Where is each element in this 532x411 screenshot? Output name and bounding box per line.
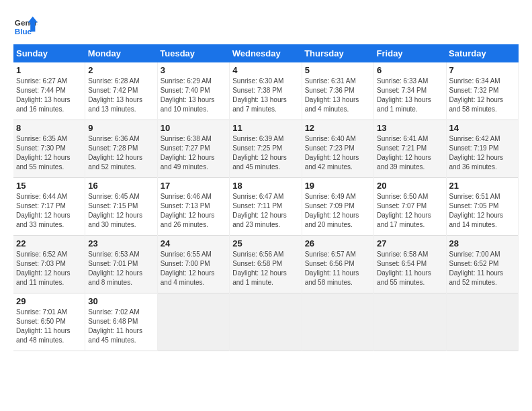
- day-cell: 2Sunrise: 6:28 AMSunset: 7:42 PMDaylight…: [85, 62, 157, 120]
- day-cell: 22Sunrise: 6:52 AMSunset: 7:03 PMDayligh…: [13, 236, 85, 293]
- empty-cell: [230, 293, 302, 351]
- day-detail: Sunrise: 7:02 AMSunset: 6:48 PMDaylight:…: [88, 308, 154, 345]
- day-detail: Sunrise: 6:52 AMSunset: 7:03 PMDaylight:…: [16, 250, 82, 287]
- day-number: 22: [16, 238, 82, 248]
- day-detail: Sunrise: 6:34 AMSunset: 7:32 PMDaylight:…: [449, 77, 515, 114]
- day-detail: Sunrise: 6:42 AMSunset: 7:19 PMDaylight:…: [449, 134, 515, 172]
- day-number: 18: [232, 181, 298, 191]
- day-detail: Sunrise: 6:57 AMSunset: 6:56 PMDaylight:…: [305, 250, 371, 287]
- col-header-thursday: Thursday: [302, 44, 373, 62]
- day-number: 24: [161, 238, 226, 248]
- day-detail: Sunrise: 6:33 AMSunset: 7:34 PMDaylight:…: [377, 77, 443, 114]
- table-row: 8Sunrise: 6:35 AMSunset: 7:30 PMDaylight…: [13, 120, 519, 178]
- day-detail: Sunrise: 6:55 AMSunset: 7:00 PMDaylight:…: [161, 250, 226, 287]
- day-detail: Sunrise: 6:46 AMSunset: 7:13 PMDaylight:…: [161, 192, 226, 230]
- day-cell: 15Sunrise: 6:44 AMSunset: 7:17 PMDayligh…: [13, 178, 85, 236]
- day-cell: 20Sunrise: 6:50 AMSunset: 7:07 PMDayligh…: [374, 178, 446, 236]
- day-number: 27: [377, 238, 443, 248]
- day-cell: 9Sunrise: 6:36 AMSunset: 7:28 PMDaylight…: [85, 120, 157, 178]
- day-number: 14: [449, 123, 515, 133]
- day-number: 20: [377, 181, 443, 191]
- table-row: 1Sunrise: 6:27 AMSunset: 7:44 PMDaylight…: [13, 62, 519, 120]
- day-cell: 1Sunrise: 6:27 AMSunset: 7:44 PMDaylight…: [13, 62, 85, 120]
- day-number: 26: [305, 238, 371, 248]
- day-cell: 23Sunrise: 6:53 AMSunset: 7:01 PMDayligh…: [85, 236, 157, 293]
- day-number: 10: [161, 123, 226, 133]
- day-detail: Sunrise: 6:39 AMSunset: 7:25 PMDaylight:…: [232, 134, 298, 172]
- col-header-friday: Friday: [374, 44, 446, 62]
- day-detail: Sunrise: 6:58 AMSunset: 6:54 PMDaylight:…: [377, 250, 443, 287]
- day-number: 3: [161, 65, 226, 75]
- day-number: 2: [88, 65, 154, 75]
- day-cell: 4Sunrise: 6:30 AMSunset: 7:38 PMDaylight…: [230, 62, 302, 120]
- day-number: 25: [232, 238, 298, 248]
- empty-cell: [374, 293, 446, 351]
- day-detail: Sunrise: 6:49 AMSunset: 7:09 PMDaylight:…: [305, 192, 371, 230]
- day-cell: 13Sunrise: 6:41 AMSunset: 7:21 PMDayligh…: [374, 120, 446, 178]
- day-number: 23: [88, 238, 154, 248]
- day-cell: 26Sunrise: 6:57 AMSunset: 6:56 PMDayligh…: [302, 236, 373, 293]
- day-cell: 12Sunrise: 6:40 AMSunset: 7:23 PMDayligh…: [302, 120, 373, 178]
- day-detail: Sunrise: 6:28 AMSunset: 7:42 PMDaylight:…: [88, 77, 154, 114]
- day-detail: Sunrise: 6:44 AMSunset: 7:17 PMDaylight:…: [16, 192, 82, 230]
- day-cell: 10Sunrise: 6:38 AMSunset: 7:27 PMDayligh…: [157, 120, 229, 178]
- day-number: 29: [16, 296, 82, 306]
- day-detail: Sunrise: 7:01 AMSunset: 6:50 PMDaylight:…: [16, 308, 82, 345]
- col-header-monday: Monday: [85, 44, 157, 62]
- day-number: 16: [88, 181, 154, 191]
- col-header-tuesday: Tuesday: [157, 44, 229, 62]
- page-header: General Blue: [13, 13, 519, 38]
- day-cell: 18Sunrise: 6:47 AMSunset: 7:11 PMDayligh…: [230, 178, 302, 236]
- day-number: 28: [449, 238, 515, 248]
- day-detail: Sunrise: 6:56 AMSunset: 6:58 PMDaylight:…: [232, 250, 298, 287]
- day-number: 9: [88, 123, 154, 133]
- day-cell: 28Sunrise: 7:00 AMSunset: 6:52 PMDayligh…: [446, 236, 518, 293]
- day-number: 21: [449, 181, 515, 191]
- day-cell: 21Sunrise: 6:51 AMSunset: 7:05 PMDayligh…: [446, 178, 518, 236]
- day-detail: Sunrise: 6:40 AMSunset: 7:23 PMDaylight:…: [305, 134, 371, 172]
- day-detail: Sunrise: 6:29 AMSunset: 7:40 PMDaylight:…: [161, 77, 226, 114]
- day-cell: 24Sunrise: 6:55 AMSunset: 7:00 PMDayligh…: [157, 236, 229, 293]
- empty-cell: [302, 293, 373, 351]
- day-detail: Sunrise: 6:47 AMSunset: 7:11 PMDaylight:…: [232, 192, 298, 230]
- logo: General Blue: [13, 13, 38, 38]
- day-number: 7: [449, 65, 515, 75]
- day-cell: 5Sunrise: 6:31 AMSunset: 7:36 PMDaylight…: [302, 62, 373, 120]
- day-cell: 25Sunrise: 6:56 AMSunset: 6:58 PMDayligh…: [230, 236, 302, 293]
- day-number: 30: [88, 296, 154, 306]
- svg-text:Blue: Blue: [15, 27, 32, 36]
- empty-cell: [446, 293, 518, 351]
- logo-icon: General Blue: [13, 13, 38, 38]
- day-headers-row: SundayMondayTuesdayWednesdayThursdayFrid…: [13, 44, 519, 62]
- table-row: 29Sunrise: 7:01 AMSunset: 6:50 PMDayligh…: [13, 293, 519, 351]
- day-cell: 8Sunrise: 6:35 AMSunset: 7:30 PMDaylight…: [13, 120, 85, 178]
- table-row: 22Sunrise: 6:52 AMSunset: 7:03 PMDayligh…: [13, 236, 519, 293]
- day-detail: Sunrise: 6:38 AMSunset: 7:27 PMDaylight:…: [161, 134, 226, 172]
- col-header-sunday: Sunday: [13, 44, 85, 62]
- day-detail: Sunrise: 6:53 AMSunset: 7:01 PMDaylight:…: [88, 250, 154, 287]
- day-detail: Sunrise: 6:51 AMSunset: 7:05 PMDaylight:…: [449, 192, 515, 230]
- day-detail: Sunrise: 6:35 AMSunset: 7:30 PMDaylight:…: [16, 134, 82, 172]
- day-number: 1: [16, 65, 82, 75]
- day-detail: Sunrise: 7:00 AMSunset: 6:52 PMDaylight:…: [449, 250, 515, 287]
- day-number: 6: [377, 65, 443, 75]
- day-number: 8: [16, 123, 82, 133]
- day-number: 19: [305, 181, 371, 191]
- day-detail: Sunrise: 6:41 AMSunset: 7:21 PMDaylight:…: [377, 134, 443, 172]
- col-header-saturday: Saturday: [446, 44, 518, 62]
- day-number: 11: [232, 123, 298, 133]
- day-number: 15: [16, 181, 82, 191]
- day-cell: 6Sunrise: 6:33 AMSunset: 7:34 PMDaylight…: [374, 62, 446, 120]
- calendar-table: SundayMondayTuesdayWednesdayThursdayFrid…: [13, 44, 519, 351]
- day-cell: 19Sunrise: 6:49 AMSunset: 7:09 PMDayligh…: [302, 178, 373, 236]
- day-number: 4: [232, 65, 298, 75]
- day-number: 12: [305, 123, 371, 133]
- day-cell: 14Sunrise: 6:42 AMSunset: 7:19 PMDayligh…: [446, 120, 518, 178]
- day-detail: Sunrise: 6:27 AMSunset: 7:44 PMDaylight:…: [16, 77, 82, 114]
- day-cell: 17Sunrise: 6:46 AMSunset: 7:13 PMDayligh…: [157, 178, 229, 236]
- day-detail: Sunrise: 6:30 AMSunset: 7:38 PMDaylight:…: [232, 77, 298, 114]
- day-cell: 3Sunrise: 6:29 AMSunset: 7:40 PMDaylight…: [157, 62, 229, 120]
- day-number: 13: [377, 123, 443, 133]
- table-row: 15Sunrise: 6:44 AMSunset: 7:17 PMDayligh…: [13, 178, 519, 236]
- empty-cell: [157, 293, 229, 351]
